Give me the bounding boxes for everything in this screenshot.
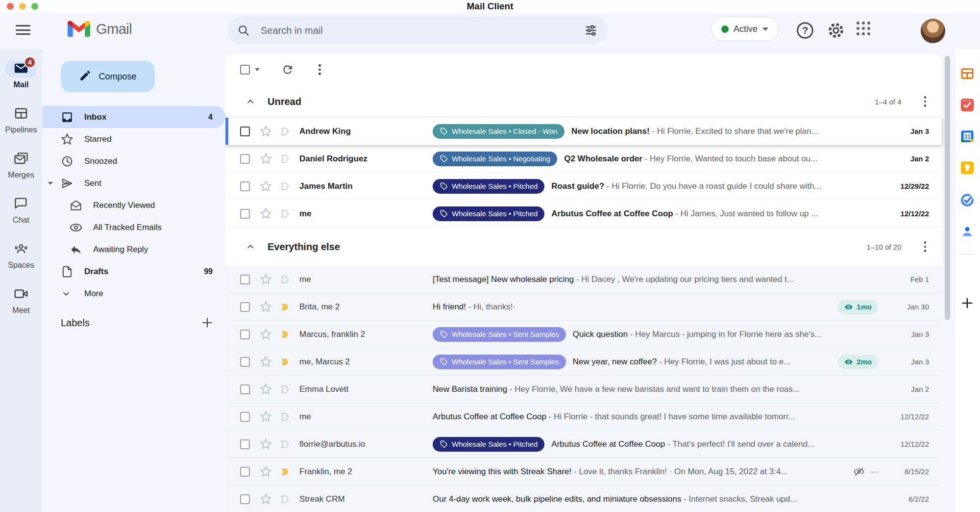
email-row[interactable]: Marcus, franklin 2 Wholesale Sales • Sen… <box>225 321 942 348</box>
importance-marker-outline-icon[interactable] <box>280 180 292 192</box>
sidebar-item-more[interactable]: More <box>42 282 225 305</box>
sidebar-item-all-tracked-emails[interactable]: All Tracked Emails <box>42 216 225 238</box>
google-apps-grid-icon[interactable] <box>857 22 870 35</box>
sidebar-item-inbox[interactable]: Inbox 4 <box>42 106 225 128</box>
email-row[interactable]: Franklin, me 2 You're viewing this with … <box>225 458 942 486</box>
importance-marker-outline-icon[interactable] <box>280 411 292 423</box>
pipeline-stage-badge[interactable]: Wholesale Sales • Sent Samples <box>433 327 566 342</box>
email-row[interactable]: me, Marcus 2 Wholesale Sales • Sent Samp… <box>225 348 942 376</box>
row-checkbox[interactable] <box>240 302 250 312</box>
row-checkbox[interactable] <box>240 412 250 422</box>
sidebar-item-snoozed[interactable]: Snoozed <box>42 150 225 172</box>
settings-gear-icon[interactable] <box>826 21 846 40</box>
row-checkbox[interactable] <box>240 384 250 394</box>
search-input[interactable] <box>260 25 584 37</box>
star-icon[interactable] <box>260 180 272 192</box>
star-icon[interactable] <box>260 383 272 395</box>
collapse-section-icon[interactable] <box>245 241 256 252</box>
row-checkbox[interactable] <box>240 209 250 219</box>
tasks-icon[interactable] <box>959 192 975 208</box>
rail-item-meet[interactable]: Meet <box>0 286 42 315</box>
rail-item-mail[interactable]: 4 Mail <box>0 61 42 89</box>
select-all-checkbox[interactable] <box>240 65 250 75</box>
row-checkbox[interactable] <box>240 467 250 477</box>
keep-icon[interactable] <box>959 160 975 176</box>
row-checkbox[interactable] <box>240 154 250 164</box>
rail-item-chat[interactable]: Chat <box>0 196 42 225</box>
add-addon-icon[interactable] <box>959 295 975 311</box>
row-checkbox[interactable] <box>240 181 250 191</box>
importance-marker-outline-icon[interactable] <box>280 274 292 285</box>
row-checkbox[interactable] <box>240 330 250 339</box>
importance-marker-icon[interactable] <box>280 329 292 340</box>
rail-item-pipelines[interactable]: Pipelines <box>0 106 42 134</box>
importance-marker-outline-icon[interactable] <box>280 153 292 165</box>
star-icon[interactable] <box>260 328 272 340</box>
rail-item-merges[interactable]: Merges <box>0 151 42 179</box>
row-checkbox[interactable] <box>240 357 250 367</box>
streak-pipelines-icon[interactable] <box>959 66 975 81</box>
importance-marker-icon[interactable] <box>280 466 292 478</box>
star-icon[interactable] <box>260 356 272 368</box>
sidebar-item-sent[interactable]: Sent <box>42 172 225 194</box>
star-icon[interactable] <box>260 301 272 313</box>
compose-button[interactable]: Compose <box>61 61 155 92</box>
pipeline-stage-badge[interactable]: Wholesale Sales • Sent Samples <box>433 355 566 369</box>
section-more-icon[interactable] <box>921 240 930 253</box>
rail-item-spaces[interactable]: Spaces <box>0 241 42 270</box>
importance-marker-outline-icon[interactable] <box>280 438 292 450</box>
profile-avatar[interactable] <box>921 19 945 43</box>
row-checkbox[interactable] <box>240 275 250 284</box>
star-icon[interactable] <box>260 438 272 450</box>
email-row[interactable]: Streak CRM Our 4-day work week, bulk pip… <box>225 486 942 512</box>
more-options-icon[interactable] <box>316 63 324 76</box>
importance-marker-outline-icon[interactable] <box>280 126 292 137</box>
email-row[interactable]: florrie@arbutus.io Wholesale Sales • Pit… <box>225 431 942 458</box>
importance-marker-outline-icon[interactable] <box>280 384 292 395</box>
row-checkbox[interactable] <box>240 494 250 504</box>
pipeline-stage-badge[interactable]: Wholesale Sales • Pitched <box>433 179 544 194</box>
select-dropdown-icon[interactable] <box>255 68 260 71</box>
refresh-icon[interactable] <box>281 63 294 76</box>
collapse-section-icon[interactable] <box>245 96 256 107</box>
expander-caret-icon[interactable] <box>48 182 56 185</box>
main-menu-icon[interactable] <box>16 24 30 36</box>
star-icon[interactable] <box>260 207 272 220</box>
email-row[interactable]: Andrew King Wholesale Sales • Closed - W… <box>225 118 942 145</box>
email-row[interactable]: me Wholesale Sales • Pitched Arbutus Cof… <box>225 200 942 228</box>
search-icon[interactable] <box>237 24 250 37</box>
email-row[interactable]: me Arbutus Coffee at Coffee Coop - Hi Fl… <box>225 403 942 431</box>
add-label-icon[interactable] <box>201 316 214 329</box>
importance-marker-outline-icon[interactable] <box>280 208 292 220</box>
contacts-icon[interactable] <box>959 224 975 239</box>
list-scrollbar[interactable] <box>945 56 950 320</box>
section-more-icon[interactable] <box>921 95 930 108</box>
email-row[interactable]: James Martin Wholesale Sales • Pitched R… <box>225 173 942 200</box>
sidebar-item-drafts[interactable]: Drafts 99 <box>42 260 225 282</box>
star-icon[interactable] <box>260 410 272 423</box>
star-icon[interactable] <box>260 465 272 478</box>
view-tracking-badge[interactable]: 2mo <box>838 355 878 369</box>
row-checkbox[interactable] <box>240 439 250 449</box>
row-checkbox[interactable] <box>240 127 250 136</box>
importance-marker-icon[interactable] <box>280 301 292 313</box>
pipeline-stage-badge[interactable]: Wholesale Sales • Negotiating <box>433 152 557 166</box>
importance-marker-icon[interactable] <box>280 356 292 368</box>
email-row[interactable]: Brita, me 2 Hi friend! - Hi, thanks!· 1m… <box>225 293 942 321</box>
calendar-icon[interactable]: 31 <box>959 128 975 144</box>
sidebar-item-awaiting-reply[interactable]: Awaiting Reply <box>42 238 225 260</box>
sidebar-item-recently-viewed[interactable]: Recently Viewed <box>42 194 225 216</box>
search-options-icon[interactable] <box>584 24 598 37</box>
view-tracking-badge[interactable]: 1mo <box>838 300 878 314</box>
star-icon[interactable] <box>260 493 272 505</box>
status-dropdown[interactable]: Active <box>711 17 779 41</box>
pipeline-stage-badge[interactable]: Wholesale Sales • Pitched <box>433 206 544 221</box>
star-icon[interactable] <box>260 125 272 137</box>
pipeline-stage-badge[interactable]: Wholesale Sales • Pitched <box>433 437 544 452</box>
email-row[interactable]: Emma Lovett New Barista training - Hey F… <box>225 376 942 403</box>
email-row[interactable]: me [Test message] New wholesale pricing … <box>225 266 942 293</box>
sidebar-item-starred[interactable]: Starred <box>42 128 225 150</box>
email-row[interactable]: Daniel Rodriguez Wholesale Sales • Negot… <box>225 145 942 173</box>
importance-marker-outline-icon[interactable] <box>280 493 292 505</box>
search-bar[interactable] <box>227 17 608 44</box>
